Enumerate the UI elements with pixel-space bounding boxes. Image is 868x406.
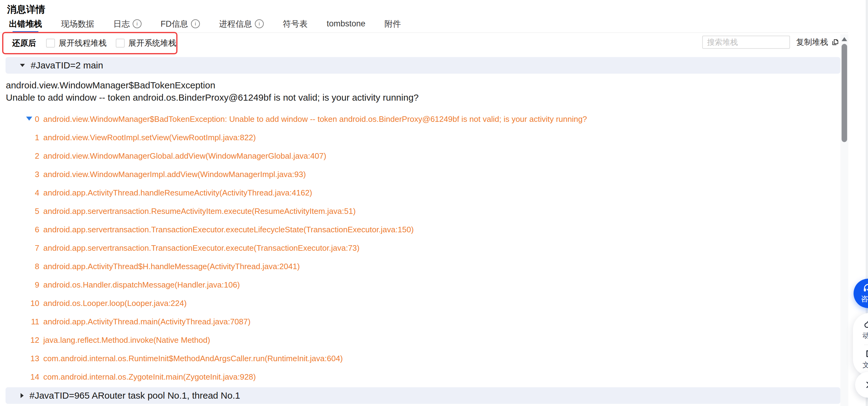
stack-frame-row[interactable]: 7android.app.servertransaction.Transacti… bbox=[0, 239, 840, 257]
stack-frame-row[interactable]: 5android.app.servertransaction.ResumeAct… bbox=[0, 202, 840, 221]
exception-message: Unable to add window -- token android.os… bbox=[6, 92, 419, 104]
stack-frame-row[interactable]: 1android.view.ViewRootImpl.setView(ViewR… bbox=[0, 128, 840, 147]
frame-text: com.android.internal.os.RuntimeInit$Meth… bbox=[43, 354, 343, 363]
exception-block: android.view.WindowManager$BadTokenExcep… bbox=[6, 79, 419, 104]
page-title: 消息详情 bbox=[7, 3, 45, 16]
toolbar-right-group: 复制堆栈 bbox=[702, 36, 840, 49]
frame-text: java.lang.reflect.Method.invoke(Native M… bbox=[43, 335, 210, 345]
frame-text: android.app.ActivityThread.handleResumeA… bbox=[43, 188, 312, 198]
tab-symbol-table[interactable]: 符号表 bbox=[282, 15, 308, 33]
info-icon: i bbox=[255, 19, 264, 28]
frame-index: 3 bbox=[29, 170, 39, 179]
frame-text: android.os.Looper.loop(Looper.java:224) bbox=[43, 299, 187, 308]
checkbox-expand-system-stack[interactable]: 展开系统堆栈 bbox=[116, 38, 176, 48]
thread-header-label: #JavaTID=2 main bbox=[31, 60, 103, 71]
frame-text: android.app.servertransaction.ResumeActi… bbox=[43, 206, 355, 216]
tab-error-stack[interactable]: 出错堆栈 bbox=[8, 15, 43, 33]
frame-index: 7 bbox=[29, 243, 39, 253]
tab-process-info-label: 进程信息 bbox=[219, 19, 252, 30]
copy-stack-label: 复制堆栈 bbox=[796, 37, 828, 47]
stack-frame-row[interactable]: 2android.view.WindowManagerGlobal.addVie… bbox=[0, 147, 840, 165]
thread-header-main[interactable]: #JavaTID=2 main bbox=[5, 57, 840, 74]
frame-index: 13 bbox=[29, 354, 39, 363]
tab-attachments[interactable]: 附件 bbox=[384, 15, 402, 33]
frame-text: android.app.servertransaction.Transactio… bbox=[43, 225, 413, 234]
info-icon: i bbox=[191, 19, 200, 28]
checkbox-expand-thread-stack-label: 展开线程堆栈 bbox=[59, 38, 106, 48]
annotation-red-box: 还原后原始 展开线程堆栈展开系统堆栈 bbox=[2, 32, 178, 54]
stack-frame-row[interactable]: 13com.android.internal.os.RuntimeInit$Me… bbox=[0, 349, 840, 368]
tab-error-stack-label: 出错堆栈 bbox=[9, 19, 42, 30]
scrollbar-thumb[interactable] bbox=[842, 44, 847, 142]
headset-icon bbox=[863, 283, 868, 293]
frame-text: android.app.servertransaction.Transactio… bbox=[43, 243, 360, 253]
frame-index: 8 bbox=[29, 262, 39, 271]
book-icon bbox=[864, 349, 868, 359]
tab-logs-label: 日志 bbox=[113, 19, 130, 30]
tab-bar: 出错堆栈现场数据日志iFD信息i进程信息i符号表tombstone附件 bbox=[0, 15, 848, 33]
frame-index: 12 bbox=[29, 335, 39, 345]
frame-text: android.app.ActivityThread$H.handleMessa… bbox=[43, 262, 300, 271]
floating-card: 动态 文档 bbox=[853, 313, 868, 376]
stack-frame-row[interactable]: 3android.view.WindowManagerImpl.addView(… bbox=[0, 165, 840, 183]
checkbox-expand-thread-stack[interactable]: 展开线程堆栈 bbox=[46, 38, 106, 48]
tab-fd-info[interactable]: FD信息i bbox=[160, 15, 200, 33]
scrollbar-up-arrow-icon[interactable] bbox=[842, 37, 847, 41]
collapse-caret-icon bbox=[20, 64, 25, 67]
stack-frame-row[interactable]: 8android.app.ActivityThread$H.handleMess… bbox=[0, 257, 840, 276]
frame-index: 11 bbox=[29, 317, 39, 327]
tab-process-info[interactable]: 进程信息i bbox=[218, 15, 265, 33]
frame-index: 2 bbox=[29, 151, 39, 161]
tab-scene-data[interactable]: 现场数据 bbox=[61, 15, 95, 33]
copy-stack-button[interactable]: 复制堆栈 bbox=[796, 37, 840, 47]
tab-attachments-label: 附件 bbox=[384, 19, 401, 30]
tab-logs[interactable]: 日志i bbox=[113, 15, 142, 33]
frame-index: 6 bbox=[29, 225, 39, 234]
frame-index: 5 bbox=[29, 206, 39, 216]
frame-index: 4 bbox=[29, 188, 39, 198]
checkbox-expand-thread-stack-box[interactable] bbox=[46, 39, 55, 47]
stack-frame-row[interactable]: 9android.os.Handler.dispatchMessage(Hand… bbox=[0, 276, 840, 294]
news-label: 动态 bbox=[863, 331, 868, 340]
thread-header-label: #JavaTID=965 ARouter task pool No.1, thr… bbox=[29, 391, 240, 401]
frame-index: 10 bbox=[29, 299, 39, 308]
frame-index: 1 bbox=[29, 133, 39, 142]
segment-restored[interactable]: 还原后 bbox=[8, 36, 38, 50]
tab-symbol-table-label: 符号表 bbox=[283, 19, 308, 30]
frame-collapse-caret-icon[interactable] bbox=[26, 116, 32, 121]
stack-frame-row[interactable]: 11android.app.ActivityThread.main(Activi… bbox=[0, 312, 840, 331]
stack-frame-row[interactable]: 12java.lang.reflect.Method.invoke(Native… bbox=[0, 331, 840, 349]
chevron-right-icon bbox=[863, 380, 868, 390]
stack-frame-row[interactable]: 6android.app.servertransaction.Transacti… bbox=[0, 221, 840, 239]
frame-text: android.view.WindowManagerImpl.addView(W… bbox=[43, 170, 306, 179]
copy-icon bbox=[831, 38, 840, 47]
news-button[interactable]: 动态 bbox=[863, 318, 868, 342]
exception-type: android.view.WindowManager$BadTokenExcep… bbox=[6, 79, 419, 92]
stack-frame-row[interactable]: 14com.android.internal.os.ZygoteInit.mai… bbox=[0, 368, 840, 386]
frame-index: 9 bbox=[29, 280, 39, 290]
frame-index: 14 bbox=[29, 372, 39, 382]
tab-tombstone-label: tombstone bbox=[327, 19, 365, 29]
frame-text: com.android.internal.os.ZygoteInit.main(… bbox=[43, 372, 256, 382]
checkbox-expand-system-stack-box[interactable] bbox=[116, 39, 125, 47]
search-input[interactable] bbox=[702, 36, 790, 49]
docs-button[interactable]: 文档 bbox=[863, 348, 868, 371]
collapse-panel-button[interactable] bbox=[855, 372, 868, 398]
frame-text: android.view.WindowManagerGlobal.addView… bbox=[43, 151, 327, 161]
consult-label: 咨询 bbox=[861, 294, 868, 304]
info-icon: i bbox=[133, 19, 142, 28]
expand-caret-icon bbox=[21, 393, 24, 398]
frame-text: android.app.ActivityThread.main(Activity… bbox=[43, 317, 251, 327]
stack-view-segmented-control: 还原后原始 bbox=[8, 36, 38, 50]
docs-label: 文档 bbox=[863, 360, 868, 370]
stack-frame-row[interactable]: 0android.view.WindowManager$BadTokenExce… bbox=[0, 110, 840, 128]
stack-frame-row[interactable]: 4android.app.ActivityThread.handleResume… bbox=[0, 183, 840, 202]
tab-scene-data-label: 现场数据 bbox=[61, 19, 94, 30]
stack-frame-row[interactable]: 10android.os.Looper.loop(Looper.java:224… bbox=[0, 294, 840, 312]
cloud-bell-icon bbox=[864, 320, 868, 330]
tab-tombstone[interactable]: tombstone bbox=[326, 15, 366, 33]
consult-button[interactable]: 咨询 bbox=[854, 279, 868, 308]
thread-header-arouter[interactable]: #JavaTID=965 ARouter task pool No.1, thr… bbox=[5, 387, 840, 404]
frame-text: android.view.ViewRootImpl.setView(ViewRo… bbox=[43, 133, 256, 142]
frame-text: android.os.Handler.dispatchMessage(Handl… bbox=[43, 280, 240, 290]
